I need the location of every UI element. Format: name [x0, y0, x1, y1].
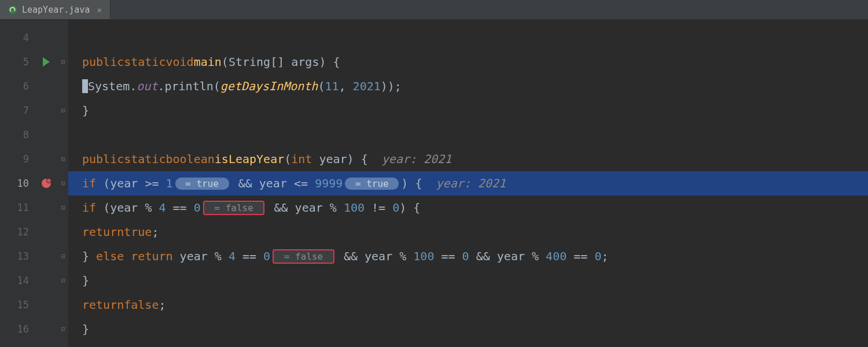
editor-area: 4 5 6 7 8 9 10 11 12 13 14 15 16	[0, 20, 868, 347]
java-class-icon	[8, 5, 17, 14]
inline-hint: year: 2021	[422, 176, 506, 190]
text-caret	[82, 79, 88, 93]
ide-window: LeapYear.java ✕ 4 5 6 7 8 9 10 11 12 13 …	[0, 0, 868, 347]
fold-collapse-icon[interactable]: ⊟	[61, 155, 65, 163]
gutter-marks	[35, 20, 58, 347]
line-number[interactable]: 9	[0, 147, 35, 171]
close-icon[interactable]: ✕	[97, 5, 101, 14]
line-number[interactable]: 14	[0, 268, 35, 293]
line-number[interactable]: 6	[0, 74, 35, 98]
line-number[interactable]: 11	[0, 195, 35, 220]
code-line[interactable]	[68, 123, 868, 147]
fold-end-icon: ⊟	[61, 325, 65, 333]
code-line[interactable]: public static boolean isLeapYear(int yea…	[68, 147, 868, 171]
inline-eval-badge: = true	[175, 178, 229, 190]
code-line[interactable]: }	[68, 98, 868, 123]
fold-end-icon: ⊟	[61, 252, 65, 260]
fold-collapse-icon[interactable]: ⊟	[61, 204, 65, 212]
tab-filename: LeapYear.java	[22, 5, 90, 15]
line-number[interactable]: 7	[0, 98, 35, 123]
code-line[interactable]	[68, 25, 868, 50]
editor-tabs: LeapYear.java ✕	[0, 0, 868, 20]
code-line[interactable]: return true;	[68, 220, 868, 244]
fold-collapse-icon[interactable]: ⊟	[61, 58, 65, 66]
code-line[interactable]: public static void main(String[] args) {	[68, 50, 868, 74]
code-line[interactable]: }	[68, 317, 868, 341]
line-number[interactable]: 16	[0, 317, 35, 341]
code-line[interactable]: System.out.println(getDaysInMonth(11, 20…	[68, 74, 868, 98]
fold-gutter: ⊟ ⊟ ⊟ ⊟ ⊟ ⊟ ⊟ ⊟	[58, 20, 68, 347]
line-number[interactable]: 13	[0, 244, 35, 268]
code-line[interactable]: }	[68, 268, 868, 293]
fold-collapse-icon[interactable]: ⊟	[61, 179, 65, 187]
inline-hint: year: 2021	[368, 152, 452, 166]
run-icon[interactable]	[43, 57, 50, 67]
line-number[interactable]: 12	[0, 220, 35, 244]
line-number[interactable]: 15	[0, 293, 35, 317]
code-line[interactable]: if (year % 4 == 0 = false && year % 100 …	[68, 195, 868, 220]
line-number[interactable]: 5	[0, 50, 35, 74]
fold-end-icon: ⊟	[61, 106, 65, 115]
line-number[interactable]: 8	[0, 123, 35, 147]
code-line[interactable]: } else return year % 4 == 0 = false && y…	[68, 244, 868, 268]
code-line[interactable]: if (year >= 1 = true && year <= 9999 = t…	[68, 171, 868, 195]
inline-eval-badge: = true	[345, 178, 399, 190]
line-number[interactable]: 10	[0, 171, 35, 195]
fold-end-icon: ⊟	[61, 276, 65, 285]
line-number-gutter[interactable]: 4 5 6 7 8 9 10 11 12 13 14 15 16	[0, 20, 35, 347]
line-number[interactable]: 4	[0, 25, 35, 50]
code-content[interactable]: public static void main(String[] args) {…	[68, 20, 868, 347]
tab-leapyear[interactable]: LeapYear.java ✕	[0, 0, 111, 19]
inline-eval-badge-highlighted: = false	[273, 249, 334, 264]
breakpoint-icon[interactable]	[42, 179, 51, 188]
inline-eval-badge-highlighted: = false	[203, 201, 265, 215]
code-line[interactable]: return false;	[68, 293, 868, 317]
